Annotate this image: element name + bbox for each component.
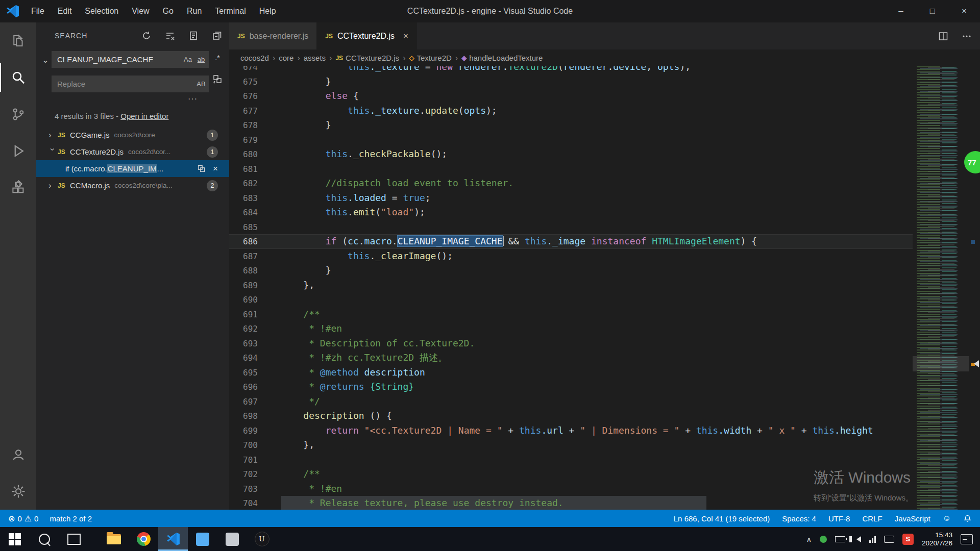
more-actions-icon[interactable] (962, 31, 972, 41)
result-match-selected[interactable]: if (cc.macro.CLEANUP_IM... × (36, 160, 229, 177)
menu-go[interactable]: Go (156, 0, 180, 22)
problems-indicator[interactable]: ⊗ 0 ⚠ 0 (6, 514, 40, 523)
code-line[interactable]: 690 (229, 292, 914, 307)
status-cursor-position[interactable]: Ln 686, Col 41 (19 selected) (674, 514, 770, 523)
tab-close-icon[interactable]: × (403, 31, 408, 41)
code-line[interactable]: 704 * Release texture, please use destro… (229, 496, 914, 510)
antivirus-tray-icon[interactable] (820, 536, 827, 543)
bell-icon[interactable] (963, 514, 972, 523)
code-line[interactable]: 688 } (229, 263, 914, 278)
code-line[interactable]: 693 * Description of cc.Texture2D. (229, 336, 914, 351)
maximize-button[interactable]: □ (917, 0, 948, 22)
breadcrumb-item[interactable]: core (279, 54, 293, 62)
activity-source-control[interactable] (0, 96, 36, 133)
volume-icon[interactable] (856, 536, 861, 542)
whole-word-icon[interactable]: ab (195, 54, 207, 66)
vscode-taskbar-button[interactable] (158, 527, 188, 551)
toggle-replace-button[interactable]: ⌄ (39, 51, 52, 65)
overview-ruler[interactable] (969, 66, 980, 510)
close-button[interactable]: × (948, 0, 980, 22)
code-line[interactable]: 696 * @returns {String} (229, 380, 914, 394)
status-encoding[interactable]: UTF-8 (828, 514, 850, 523)
code-line[interactable]: 678 } (229, 118, 914, 133)
preserve-case-icon[interactable]: AB (195, 78, 207, 90)
code-line[interactable]: 686 if (cc.macro.CLEANUP_IMAGE_CACHE && … (229, 234, 914, 249)
code-line[interactable]: 695 * @method description (229, 365, 914, 380)
code-line[interactable]: 685 (229, 220, 914, 235)
code-line[interactable]: 698 description () { (229, 409, 914, 423)
network-icon[interactable] (869, 536, 876, 543)
dismiss-match-icon[interactable]: × (213, 164, 218, 174)
task-view-button[interactable] (59, 527, 89, 551)
code-line[interactable]: 674 this._texture = new renderer.Texture… (229, 66, 914, 74)
tray-chevron-icon[interactable]: ∧ (806, 535, 812, 543)
result-file-ccgame[interactable]: › JS CCGame.js cocos2d\core 1 (36, 127, 229, 143)
minimize-button[interactable]: – (885, 0, 917, 22)
activity-run-debug[interactable] (0, 133, 36, 169)
code-line[interactable]: 677 this._texture.update(opts); (229, 104, 914, 118)
battery-icon[interactable] (835, 536, 845, 542)
open-new-search-editor-icon[interactable] (188, 31, 199, 41)
menu-edit[interactable]: Edit (51, 0, 79, 22)
replace-match-icon[interactable] (197, 164, 206, 173)
code-line[interactable]: 691 /** (229, 307, 914, 322)
breadcrumb-item[interactable]: ◈handleLoadedTexture (461, 54, 543, 62)
app-u-button[interactable]: U (247, 527, 277, 551)
code-line[interactable]: 692 * !#en (229, 321, 914, 336)
minimap-slider[interactable] (913, 356, 969, 371)
code-line[interactable]: 700 }, (229, 438, 914, 453)
menu-run[interactable]: Run (180, 0, 208, 22)
code-line[interactable]: 687 this._clearImage(); (229, 249, 914, 264)
file-explorer-button[interactable] (99, 527, 129, 551)
code-line[interactable]: 676 else { (229, 89, 914, 104)
replace-input[interactable] (52, 80, 195, 88)
status-eol[interactable]: CRLF (862, 514, 882, 523)
taskbar-search-button[interactable] (30, 527, 59, 551)
activity-account[interactable] (0, 436, 36, 473)
result-file-ccmacro[interactable]: › JS CCMacro.js cocos2d\core\pla... 2 (36, 177, 229, 194)
menu-view[interactable]: View (125, 0, 156, 22)
code-line[interactable]: 689 }, (229, 278, 914, 293)
code-line[interactable]: 684 this.emit("load"); (229, 205, 914, 220)
action-center-icon[interactable] (961, 534, 973, 544)
code-line[interactable]: 697 */ (229, 394, 914, 409)
activity-extensions[interactable] (0, 169, 36, 206)
menu-help[interactable]: Help (253, 0, 283, 22)
clear-results-icon[interactable] (165, 31, 175, 41)
menu-terminal[interactable]: Terminal (208, 0, 252, 22)
code-line[interactable]: 683 this.loaded = true; (229, 191, 914, 206)
search-input[interactable] (52, 55, 182, 64)
regex-icon[interactable]: .* (211, 54, 224, 62)
code-line[interactable]: 703 * !#en (229, 482, 914, 496)
split-editor-icon[interactable] (938, 31, 948, 41)
status-indentation[interactable]: Spaces: 4 (782, 514, 816, 523)
breadcrumb-item[interactable]: cocos2d (240, 54, 269, 62)
code-line[interactable]: 680 this._checkPackable(); (229, 147, 914, 162)
replace-all-icon[interactable] (211, 74, 224, 84)
code-line[interactable]: 694 * !#zh cc.Texture2D 描述。 (229, 350, 914, 365)
match-case-icon[interactable]: Aa (182, 54, 194, 66)
activity-settings[interactable] (0, 473, 36, 510)
code-line[interactable]: 681 (229, 162, 914, 177)
tab-base-renderer[interactable]: JS base-renderer.js (229, 22, 317, 49)
code-line[interactable]: 682 //dispatch load event to listener. (229, 176, 914, 191)
code-line[interactable]: 679 (229, 133, 914, 147)
code-line[interactable]: 701 (229, 453, 914, 467)
status-language[interactable]: JavaScript (895, 514, 930, 523)
activity-search[interactable] (0, 59, 36, 96)
feedback-icon[interactable]: ☺ (943, 514, 951, 523)
collapse-all-icon[interactable] (212, 31, 222, 41)
touch-keyboard-icon[interactable] (884, 536, 894, 543)
activity-explorer[interactable] (0, 22, 36, 59)
breadcrumb-item[interactable]: JSCCTexture2D.js (335, 54, 399, 62)
breadcrumb-item[interactable]: ◇Texture2D (409, 54, 451, 62)
taskbar-clock[interactable]: 15:43 2020/7/26 (922, 531, 952, 547)
start-button[interactable] (0, 527, 30, 551)
toggle-search-details[interactable]: ··· (52, 92, 209, 104)
menu-selection[interactable]: Selection (78, 0, 125, 22)
app-gray-button[interactable] (217, 527, 247, 551)
chrome-button[interactable] (129, 527, 158, 551)
minimap[interactable] (913, 66, 969, 510)
code-line[interactable]: 699 return "<cc.Texture2D | Name = " + t… (229, 423, 914, 438)
menu-file[interactable]: File (24, 0, 51, 22)
